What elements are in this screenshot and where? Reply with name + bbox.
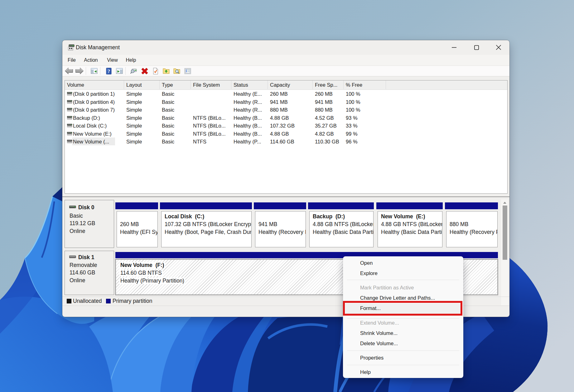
svg-text:?: ?	[108, 68, 110, 74]
